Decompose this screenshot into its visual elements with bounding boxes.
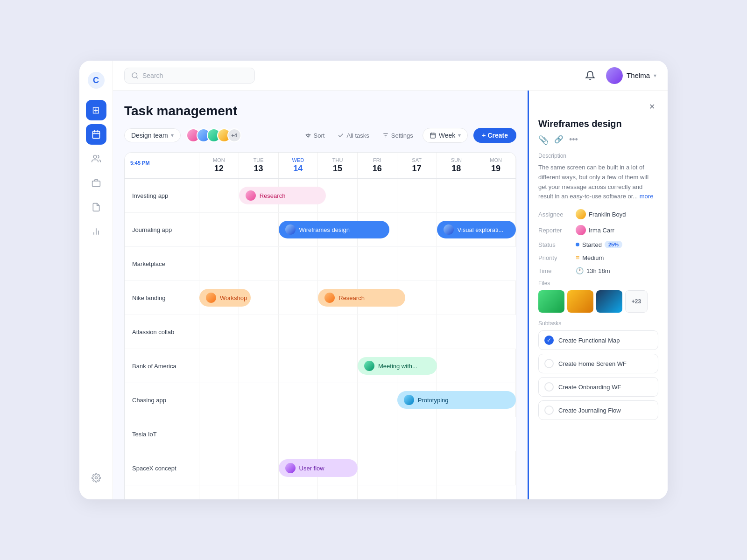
cal-cell[interactable]: [279, 485, 318, 499]
cal-cell[interactable]: [199, 315, 239, 349]
subtask-check-1[interactable]: ✓: [544, 336, 554, 345]
cal-cell[interactable]: [397, 179, 437, 212]
subtask-1[interactable]: ✓ Create Functional Map: [538, 330, 658, 350]
sidebar-item-analytics[interactable]: [86, 221, 106, 242]
cal-cell[interactable]: [279, 417, 318, 451]
attachment-icon[interactable]: 📎: [538, 135, 549, 145]
file-thumb-3[interactable]: [596, 290, 622, 313]
cal-cell[interactable]: [318, 349, 358, 383]
cal-cell[interactable]: [397, 485, 437, 499]
task-research1[interactable]: Research: [239, 187, 326, 204]
week-selector[interactable]: Week ▾: [423, 128, 468, 143]
cal-cell[interactable]: [279, 349, 318, 383]
cal-cell[interactable]: [476, 417, 516, 451]
cal-cell[interactable]: [437, 349, 477, 383]
task-workshop[interactable]: Workshop: [199, 289, 251, 307]
link-icon[interactable]: 🔗: [554, 135, 564, 145]
cal-cell[interactable]: [397, 213, 437, 246]
user-info[interactable]: Thelma ▾: [606, 67, 656, 84]
more-icon[interactable]: •••: [569, 135, 578, 145]
team-selector[interactable]: Design team ▾: [124, 128, 181, 142]
cal-cell[interactable]: [358, 417, 397, 451]
cal-cell[interactable]: [199, 417, 239, 451]
sidebar-item-projects[interactable]: [86, 173, 106, 193]
cal-cell[interactable]: [239, 349, 279, 383]
cal-cell[interactable]: [199, 349, 239, 383]
cal-cell[interactable]: [279, 383, 318, 417]
cal-cell[interactable]: [279, 247, 318, 280]
cal-cell[interactable]: [199, 247, 239, 280]
cal-cell[interactable]: [239, 315, 279, 349]
cal-cell[interactable]: [437, 485, 477, 499]
cal-cell[interactable]: [437, 315, 477, 349]
settings-button[interactable]: Settings: [379, 130, 417, 141]
task-visual[interactable]: Visual explorati...: [437, 221, 516, 238]
sidebar-item-dashboard[interactable]: ⊞: [86, 100, 106, 120]
cal-cell[interactable]: [437, 417, 477, 451]
cal-cell[interactable]: [318, 383, 358, 417]
files-overflow[interactable]: +23: [625, 290, 648, 313]
cal-cell[interactable]: [239, 213, 279, 246]
cal-cell[interactable]: [358, 247, 397, 280]
task-prototyping[interactable]: Prototyping: [397, 391, 516, 409]
cal-cell[interactable]: [358, 383, 397, 417]
sidebar-item-calendar[interactable]: [86, 124, 106, 145]
subtask-check-3[interactable]: [544, 382, 554, 392]
cal-cell[interactable]: [358, 315, 397, 349]
cal-cell[interactable]: [358, 179, 397, 212]
cal-cell[interactable]: [239, 417, 279, 451]
cal-cell[interactable]: [476, 179, 516, 212]
cal-cell[interactable]: [318, 485, 358, 499]
cal-cell[interactable]: [318, 417, 358, 451]
cal-cell[interactable]: [437, 281, 477, 315]
cal-cell[interactable]: [476, 451, 516, 485]
file-thumb-2[interactable]: [567, 290, 593, 313]
cal-cell[interactable]: [318, 247, 358, 280]
sidebar-item-documents[interactable]: [86, 197, 106, 217]
cal-cell[interactable]: [318, 315, 358, 349]
cal-cell[interactable]: [279, 315, 318, 349]
cal-cell[interactable]: [239, 247, 279, 280]
cal-cell[interactable]: [239, 451, 279, 485]
close-button[interactable]: ✕: [645, 100, 658, 113]
sidebar-item-people[interactable]: [86, 148, 106, 169]
task-userflow[interactable]: User flow: [279, 459, 358, 477]
cal-cell[interactable]: [476, 349, 516, 383]
cal-cell[interactable]: [199, 383, 239, 417]
subtask-3[interactable]: Create Onboarding WF: [538, 377, 658, 397]
cal-cell[interactable]: [358, 451, 397, 485]
cal-cell[interactable]: [476, 485, 516, 499]
subtask-check-4[interactable]: [544, 406, 554, 415]
cal-cell[interactable]: [437, 451, 477, 485]
cal-cell[interactable]: [279, 281, 318, 315]
subtask-2[interactable]: Create Home Screen WF: [538, 354, 658, 373]
cal-cell[interactable]: [239, 485, 279, 499]
cal-cell[interactable]: [476, 247, 516, 280]
cal-cell[interactable]: [437, 247, 477, 280]
sort-button[interactable]: Sort: [301, 130, 329, 141]
cal-cell[interactable]: [199, 451, 239, 485]
cal-cell[interactable]: [239, 383, 279, 417]
subtask-check-2[interactable]: [544, 359, 554, 368]
cal-cell[interactable]: [476, 315, 516, 349]
search-box[interactable]: Search: [124, 68, 255, 84]
cal-cell[interactable]: [199, 179, 239, 212]
notification-button[interactable]: [582, 67, 599, 84]
more-link[interactable]: more: [640, 193, 654, 200]
subtask-4[interactable]: Create Journaling Flow: [538, 400, 658, 420]
task-research2[interactable]: Research: [318, 289, 405, 307]
cal-cell[interactable]: [358, 485, 397, 499]
sidebar-item-settings[interactable]: [86, 468, 106, 488]
task-meeting[interactable]: Meeting with...: [358, 357, 437, 375]
cal-cell[interactable]: [437, 179, 477, 212]
cal-cell[interactable]: [397, 417, 437, 451]
cal-cell[interactable]: [476, 281, 516, 315]
cal-cell[interactable]: [397, 315, 437, 349]
cal-cell[interactable]: [397, 247, 437, 280]
cal-cell[interactable]: [397, 451, 437, 485]
cal-cell[interactable]: [199, 213, 239, 246]
task-wireframes[interactable]: Wireframes design: [279, 221, 389, 238]
file-thumb-1[interactable]: [538, 290, 564, 313]
all-tasks-button[interactable]: All tasks: [334, 130, 373, 141]
create-button[interactable]: + Create: [473, 128, 516, 143]
